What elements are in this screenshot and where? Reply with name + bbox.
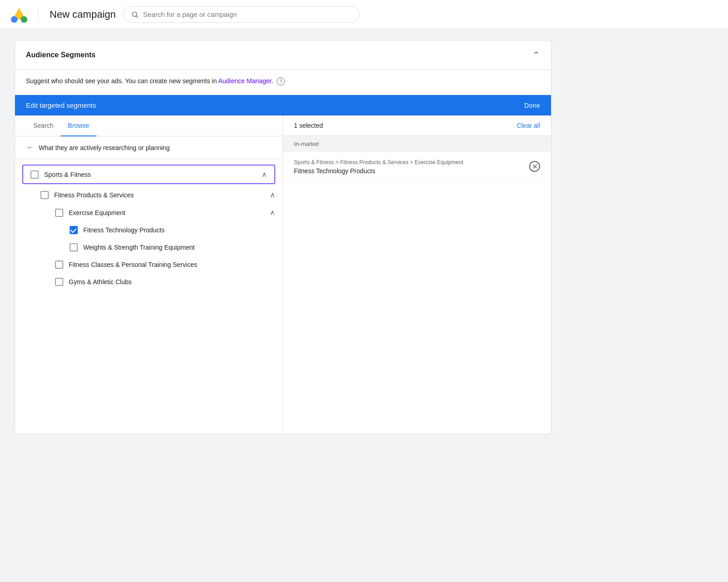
tree-item-sports-fitness[interactable]: Sports & Fitness ∧ bbox=[22, 165, 275, 184]
svg-point-1 bbox=[21, 16, 27, 22]
label-fitness-tech: Fitness Technology Products bbox=[83, 226, 275, 234]
tree-item-fitness-tech[interactable]: Fitness Technology Products bbox=[15, 221, 283, 239]
label-gyms: Gyms & Athletic Clubs bbox=[69, 278, 275, 286]
selected-count: 1 selected bbox=[294, 122, 323, 129]
right-panel-header: 1 selected Clear all bbox=[283, 115, 551, 136]
checkbox-weights[interactable] bbox=[70, 243, 78, 251]
tree-item-fitness-products[interactable]: Fitness Products & Services ∧ bbox=[15, 186, 283, 204]
selected-item-text: Sports & Fitness > Fitness Products & Se… bbox=[294, 159, 529, 175]
checkbox-sports-fitness[interactable] bbox=[30, 171, 39, 179]
global-search-box[interactable] bbox=[123, 6, 360, 23]
collapse-icon[interactable]: ⌃ bbox=[532, 50, 540, 60]
card-header: Audience Segments ⌃ bbox=[15, 40, 551, 70]
checkbox-exercise-equipment[interactable] bbox=[55, 209, 63, 217]
edit-targeted-bar: Edit targeted segments Done bbox=[15, 95, 551, 115]
suggestion-text: Suggest who should see your ads. You can… bbox=[15, 70, 551, 95]
page-title: New campaign bbox=[50, 9, 116, 20]
label-weights: Weights & Strength Training Equipment bbox=[83, 244, 275, 251]
checkbox-fitness-tech[interactable] bbox=[70, 226, 78, 234]
google-ads-logo bbox=[11, 6, 27, 23]
tree-item-weights[interactable]: Weights & Strength Training Equipment bbox=[15, 239, 283, 256]
tab-browse[interactable]: Browse bbox=[61, 115, 96, 136]
label-exercise-equipment: Exercise Equipment bbox=[69, 209, 264, 216]
tab-search[interactable]: Search bbox=[26, 115, 61, 136]
back-nav-label: What they are actively researching or pl… bbox=[39, 144, 170, 151]
selected-panel: 1 selected Clear all In-market Sports & … bbox=[283, 115, 551, 434]
in-market-label: In-market bbox=[283, 136, 551, 152]
audience-manager-link[interactable]: Audience Manager bbox=[218, 77, 272, 85]
tree-item-fitness-classes[interactable]: Fitness Classes & Personal Training Serv… bbox=[15, 256, 283, 273]
chevron-sports-fitness[interactable]: ∧ bbox=[262, 170, 267, 179]
label-fitness-products: Fitness Products & Services bbox=[54, 191, 264, 199]
checkbox-gyms[interactable] bbox=[55, 278, 63, 286]
card-title: Audience Segments bbox=[26, 51, 96, 59]
browse-panel: Search Browse ← What they are actively r… bbox=[15, 115, 283, 434]
svg-point-2 bbox=[11, 16, 17, 22]
back-arrow-icon[interactable]: ← bbox=[26, 143, 34, 152]
edit-bar-title: Edit targeted segments bbox=[26, 101, 96, 109]
clear-all-button[interactable]: Clear all bbox=[517, 122, 540, 129]
chevron-exercise-equipment[interactable]: ∧ bbox=[270, 208, 275, 217]
help-icon[interactable]: ? bbox=[277, 77, 285, 85]
tree-item-gyms[interactable]: Gyms & Athletic Clubs bbox=[15, 273, 283, 291]
remove-segment-button[interactable]: ✕ bbox=[529, 161, 540, 172]
segment-panel: Search Browse ← What they are actively r… bbox=[15, 115, 551, 434]
chevron-fitness-products[interactable]: ∧ bbox=[270, 191, 275, 199]
svg-line-4 bbox=[136, 16, 137, 17]
app-header: New campaign bbox=[0, 0, 728, 29]
selected-segment-item: Sports & Fitness > Fitness Products & Se… bbox=[283, 152, 551, 182]
checkbox-fitness-classes[interactable] bbox=[55, 261, 63, 269]
checkbox-fitness-products[interactable] bbox=[40, 191, 49, 199]
svg-point-3 bbox=[132, 12, 136, 16]
label-sports-fitness: Sports & Fitness bbox=[44, 171, 256, 178]
done-button[interactable]: Done bbox=[524, 102, 540, 109]
tree-item-exercise-equipment[interactable]: Exercise Equipment ∧ bbox=[15, 204, 283, 221]
label-fitness-classes: Fitness Classes & Personal Training Serv… bbox=[69, 261, 275, 268]
selected-item-breadcrumb: Sports & Fitness > Fitness Products & Se… bbox=[294, 159, 529, 166]
search-icon bbox=[131, 10, 139, 19]
back-navigation[interactable]: ← What they are actively researching or … bbox=[15, 136, 283, 159]
global-search-input[interactable] bbox=[143, 10, 352, 18]
suggestion-label: Suggest who should see your ads. You can… bbox=[26, 77, 218, 85]
panel-tabs: Search Browse bbox=[15, 115, 283, 136]
selected-item-name: Fitness Technology Products bbox=[294, 167, 529, 175]
main-content: Audience Segments ⌃ Suggest who should s… bbox=[0, 29, 728, 445]
header-divider bbox=[38, 7, 39, 22]
segment-tree: Sports & Fitness ∧ Fitness Products & Se… bbox=[15, 159, 283, 434]
audience-segments-card: Audience Segments ⌃ Suggest who should s… bbox=[15, 40, 551, 434]
